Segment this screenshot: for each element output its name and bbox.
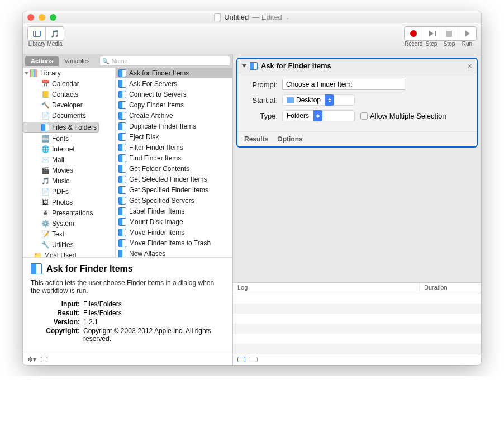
toggle-desc-icon[interactable] [41, 357, 47, 362]
action-item[interactable]: Eject Disk [116, 131, 232, 142]
right-pane: Ask for Finder Items × Prompt: Start at:… [233, 54, 481, 365]
workflow-canvas[interactable]: Ask for Finder Items × Prompt: Start at:… [233, 54, 481, 282]
action-item[interactable]: Ask for Finder Items [116, 68, 232, 78]
action-block[interactable]: Ask for Finder Items × Prompt: Start at:… [236, 58, 478, 148]
run-button[interactable] [458, 27, 476, 40]
tab-variables[interactable]: Variables [59, 56, 95, 66]
contacts-icon: 📒 [41, 90, 50, 99]
category-photos[interactable]: 🖼Photos [23, 197, 115, 207]
minimize-icon[interactable] [39, 14, 45, 21]
category-list[interactable]: Library📅Calendar📒Contacts🔨Developer📄Docu… [23, 68, 116, 257]
results-toggle[interactable]: Results [244, 135, 268, 143]
action-item[interactable]: Get Folder Contents [116, 163, 232, 174]
action-item[interactable]: Ask For Servers [116, 78, 232, 89]
finder-icon [118, 228, 127, 237]
titlebar[interactable]: Untitled — Edited ⌄ [23, 11, 481, 23]
right-statusbar [233, 354, 481, 365]
finder-icon [118, 111, 127, 120]
category-calendar[interactable]: 📅Calendar [23, 78, 115, 89]
action-item[interactable]: Duplicate Finder Items [116, 121, 232, 131]
toolbar: 🎵 Library Media Record Step Stop Run [23, 23, 481, 54]
documents-icon: 📄 [41, 111, 50, 120]
category-music[interactable]: 🎵Music [23, 176, 115, 186]
step-icon [429, 31, 434, 36]
action-item[interactable]: Get Specified Finder Items [116, 184, 232, 195]
options-toggle[interactable]: Options [277, 135, 302, 143]
category-system[interactable]: ⚙️System [23, 218, 115, 229]
category-utilities[interactable]: 🔧Utilities [23, 239, 115, 250]
finder-icon [118, 101, 127, 110]
category-internet[interactable]: 🌐Internet [23, 144, 115, 154]
gear-icon[interactable]: ✻▾ [27, 356, 36, 363]
category-presentations[interactable]: 🖥Presentations [23, 207, 115, 218]
action-item[interactable]: Copy Finder Items [116, 99, 232, 110]
allow-multiple-checkbox[interactable] [360, 112, 368, 120]
prompt-input[interactable] [282, 79, 405, 90]
action-item[interactable]: Move Finder Items to Trash [116, 238, 232, 248]
title-suffix: — Edited [252, 13, 282, 21]
category-pdfs[interactable]: 📄PDFs [23, 186, 115, 197]
version-label: Version: [31, 318, 80, 326]
zoom-icon[interactable] [50, 14, 56, 21]
action-item[interactable]: Connect to Servers [116, 89, 232, 99]
action-item[interactable]: Filter Finder Items [116, 142, 232, 153]
start-select[interactable]: Desktop [282, 94, 355, 106]
title-chevron-icon[interactable]: ⌄ [286, 15, 290, 20]
log-column[interactable]: Log [233, 283, 420, 293]
finder-icon [118, 217, 127, 226]
action-item[interactable]: Get Selected Finder Items [116, 174, 232, 184]
stop-button[interactable] [440, 27, 458, 40]
disclosure-icon[interactable] [242, 64, 246, 68]
finder-icon [118, 196, 127, 205]
duration-column[interactable]: Duration [420, 283, 481, 293]
description-title: Ask for Finder Items [46, 264, 133, 274]
left-pane: Actions Variables Name Library📅Calendar📒… [23, 54, 233, 365]
tab-actions[interactable]: Actions [25, 56, 59, 66]
finder-icon [118, 122, 127, 131]
finder-icon [118, 249, 127, 258]
disclosure-icon[interactable] [25, 72, 29, 74]
category-most-used[interactable]: 📁Most Used [23, 250, 115, 258]
window-title: Untitled — Edited ⌄ [214, 13, 290, 21]
action-list[interactable]: Ask for Finder ItemsAsk For ServersConne… [116, 68, 232, 257]
category-movies[interactable]: 🎬Movies [23, 165, 115, 176]
category-files-folders[interactable]: Files & Folders [23, 122, 99, 133]
action-item[interactable]: New Aliases [116, 248, 232, 258]
finder-icon [118, 79, 127, 88]
record-icon [410, 30, 417, 37]
view-grid-icon[interactable] [250, 357, 258, 362]
copyright-label: Copyright: [31, 327, 80, 343]
media-button[interactable]: 🎵 [46, 27, 64, 40]
category-contacts[interactable]: 📒Contacts [23, 89, 115, 99]
chevron-updown-icon [313, 110, 322, 121]
step-button[interactable] [422, 27, 440, 40]
close-icon[interactable]: × [468, 61, 472, 70]
type-select[interactable]: Folders [282, 110, 355, 121]
library-button[interactable] [28, 27, 46, 40]
input-label: Input: [31, 300, 80, 308]
action-item[interactable]: Get Specified Servers [116, 195, 232, 206]
action-item[interactable]: Label Finder Items [116, 206, 232, 216]
tab-row: Actions Variables Name [23, 54, 232, 68]
close-icon[interactable] [27, 14, 34, 21]
category-documents[interactable]: 📄Documents [23, 110, 115, 121]
presentations-icon: 🖥 [41, 208, 50, 217]
action-item[interactable]: Find Finder Items [116, 153, 232, 163]
search-input[interactable]: Name [99, 56, 230, 66]
record-label: Record [405, 41, 422, 47]
view-list-icon[interactable] [237, 357, 245, 362]
music-icon: 🎵 [41, 177, 50, 186]
stop-icon [446, 31, 452, 37]
action-item[interactable]: Create Archive [116, 110, 232, 121]
category-text[interactable]: 📝Text [23, 229, 115, 239]
action-item[interactable]: Mount Disk Image [116, 216, 232, 227]
category-library[interactable]: Library [23, 68, 115, 78]
finder-icon [118, 239, 127, 248]
desktop-icon [287, 97, 294, 103]
category-developer[interactable]: 🔨Developer [23, 99, 115, 110]
action-item[interactable]: Move Finder Items [116, 227, 232, 238]
category-fonts[interactable]: 🔤Fonts [23, 133, 115, 144]
result-value: Files/Folders [83, 309, 122, 317]
category-mail[interactable]: ✉️Mail [23, 154, 115, 165]
record-button[interactable] [405, 27, 422, 40]
